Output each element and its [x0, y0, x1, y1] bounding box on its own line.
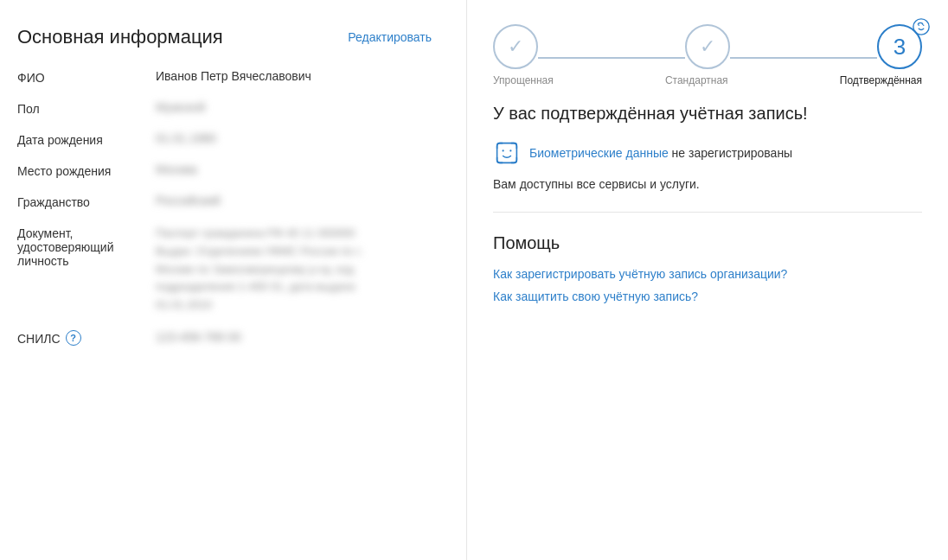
snils-help-button[interactable]: ?	[66, 330, 81, 346]
snils-label-wrapper: СНИЛС ?	[17, 330, 156, 346]
svg-point-1	[919, 24, 919, 25]
step-confirmed-label: Подтверждённая	[840, 74, 922, 86]
value-birthplace: Москва	[156, 162, 432, 176]
value-snils: 123-456-789 00	[156, 330, 432, 344]
right-panel: ✓ ✓ 3	[467, 0, 948, 560]
biometric-badge-icon	[912, 17, 931, 36]
field-document: Документ,удостоверяющийличность Паспорт …	[17, 225, 432, 315]
svg-rect-3	[497, 143, 517, 163]
svg-point-5	[509, 150, 511, 151]
connector-2	[730, 57, 877, 59]
value-document: Паспорт гражданина РФ 40 11 000000 Выдан…	[156, 225, 432, 315]
help-link-org[interactable]: Как зарегистрировать учётную запись орга…	[493, 267, 922, 281]
label-citizenship: Гражданство	[17, 194, 156, 209]
step-standard-label: Стандартная	[665, 74, 728, 86]
biometric-text: Биометрические данные не зарегистрирован…	[529, 146, 792, 160]
field-birthdate: Дата рождения 01.01.1980	[17, 131, 432, 147]
step-simplified-label: Упрощенная	[493, 74, 554, 86]
label-birthplace: Место рождения	[17, 162, 156, 178]
value-birthdate: 01.01.1980	[156, 131, 432, 145]
value-gender: Мужской	[156, 100, 432, 114]
step-simplified-check: ✓	[508, 35, 523, 58]
label-birthdate: Дата рождения	[17, 131, 156, 147]
field-snils: СНИЛС ? 123-456-789 00	[17, 330, 432, 346]
help-link-protect[interactable]: Как защитить свою учётную запись?	[493, 290, 922, 303]
services-text: Вам доступны все сервисы и услуги.	[493, 177, 922, 191]
svg-point-2	[923, 24, 924, 25]
help-title: Помощь	[493, 233, 922, 253]
connector-1	[538, 57, 685, 59]
biometric-suffix: не зарегистрированы	[669, 146, 792, 160]
value-citizenship: Российский	[156, 194, 432, 207]
field-gender: Пол Мужской	[17, 100, 432, 116]
left-panel: Основная информация Редактировать ФИО Ив…	[0, 0, 467, 560]
label-document: Документ,удостоверяющийличность	[17, 225, 156, 268]
field-citizenship: Гражданство Российский	[17, 194, 432, 209]
biometric-row: Биометрические данные не зарегистрирован…	[493, 139, 922, 167]
value-fio: Иванов Петр Вячеславович	[156, 69, 432, 83]
svg-point-0	[913, 19, 929, 35]
label-snils: СНИЛС	[17, 330, 61, 346]
label-fio: ФИО	[17, 69, 156, 85]
field-birthplace: Место рождения Москва	[17, 162, 432, 178]
divider	[493, 212, 922, 213]
step-confirmed-number: 3	[894, 34, 906, 60]
biometric-icon-box	[493, 139, 521, 167]
step-standard: ✓	[685, 24, 730, 69]
confirmed-title: У вас подтверждённая учётная запись!	[493, 104, 922, 124]
label-gender: Пол	[17, 100, 156, 116]
section-header: Основная информация Редактировать	[17, 26, 432, 48]
biometric-face-icon	[495, 141, 519, 165]
edit-link[interactable]: Редактировать	[348, 30, 432, 44]
help-links: Как зарегистрировать учётную запись орга…	[493, 267, 922, 303]
step-simplified: ✓	[493, 24, 538, 69]
biometric-link[interactable]: Биометрические данные	[529, 146, 669, 160]
step-simplified-circle: ✓	[493, 24, 538, 69]
field-fio: ФИО Иванов Петр Вячеславович	[17, 69, 432, 85]
step-standard-check: ✓	[700, 35, 715, 58]
section-title: Основная информация	[17, 26, 223, 48]
step-standard-circle: ✓	[685, 24, 730, 69]
step-confirmed: 3	[877, 24, 922, 69]
svg-point-4	[503, 150, 504, 151]
